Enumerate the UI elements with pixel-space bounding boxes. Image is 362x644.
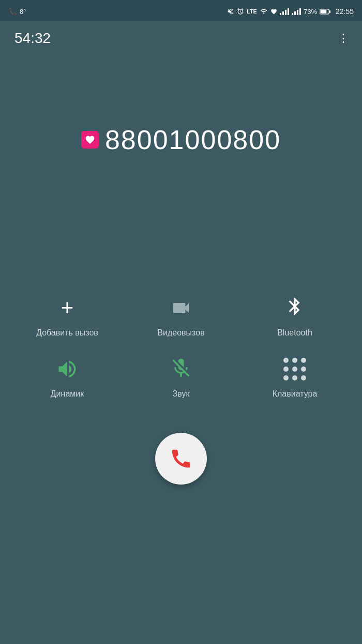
message-icon <box>270 8 277 15</box>
bluetooth-label: Bluetooth <box>277 328 312 338</box>
signal-bars-1 <box>280 8 289 15</box>
video-call-button[interactable]: Видеовызов <box>124 285 238 346</box>
contact-heart-icon <box>81 131 99 149</box>
bluetooth-icon <box>279 295 310 321</box>
video-call-label: Видеовызов <box>157 328 204 338</box>
status-time: 22:55 <box>336 7 354 16</box>
add-call-icon: + <box>52 295 83 321</box>
video-call-icon <box>165 295 197 321</box>
battery-percent: 73% <box>304 8 317 16</box>
call-timer: 54:32 <box>14 30 51 47</box>
end-call-area <box>0 433 362 485</box>
more-options-button[interactable]: ⋮ <box>338 32 350 45</box>
keypad-label: Клавиатура <box>273 389 318 399</box>
phone-number-area: 88001000800 <box>0 124 362 155</box>
status-bar-left: 📞 8° <box>8 8 26 16</box>
phone-number-display: 88001000800 <box>105 124 281 155</box>
bluetooth-button[interactable]: Bluetooth <box>238 285 352 346</box>
mute-status-icon <box>227 8 234 15</box>
svg-rect-1 <box>329 10 330 13</box>
mute-icon <box>165 356 197 382</box>
battery-icon <box>320 8 331 15</box>
phone-status-icon: 📞 <box>8 8 17 16</box>
add-call-label: Добавить вызов <box>36 328 98 338</box>
action-buttons-grid: + Добавить вызов Видеовызов Bluetooth Ди… <box>0 285 362 407</box>
keypad-button[interactable]: Клавиатура <box>238 346 352 407</box>
add-call-button[interactable]: + Добавить вызов <box>10 285 124 346</box>
mute-label: Звук <box>173 389 190 399</box>
call-timer-row: 54:32 ⋮ <box>0 21 362 52</box>
keypad-icon <box>279 356 310 382</box>
signal-bars-2 <box>292 8 301 15</box>
end-call-button[interactable] <box>155 433 207 485</box>
speaker-icon <box>52 356 83 382</box>
speaker-button[interactable]: Динамик <box>10 346 124 407</box>
speaker-label: Динамик <box>51 389 84 399</box>
status-bar: 📞 8° LTE <box>0 0 362 21</box>
temperature: 8° <box>20 8 26 16</box>
lte-icon: LTE <box>247 8 257 14</box>
svg-rect-2 <box>320 10 326 13</box>
mute-button[interactable]: Звук <box>124 346 238 407</box>
wifi-icon <box>260 8 268 15</box>
status-bar-right: LTE 73% 22:55 <box>227 7 354 16</box>
alarm-status-icon <box>237 8 244 15</box>
